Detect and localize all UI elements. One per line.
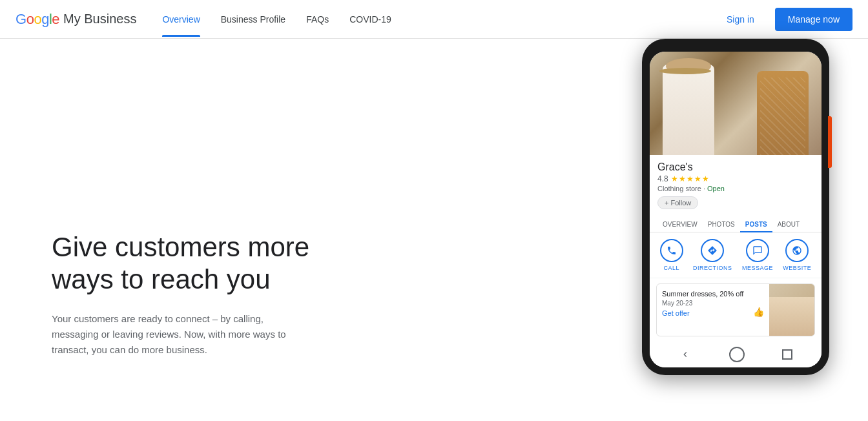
recents-button[interactable] <box>782 349 792 360</box>
post-card: Summer dresses, 20% off May 20-23 Get of… <box>656 283 815 336</box>
business-type: Clothing store · Open <box>657 185 814 192</box>
nav-item-faqs[interactable]: FAQs <box>306 3 329 36</box>
home-button[interactable] <box>729 347 745 362</box>
back-button[interactable] <box>679 348 692 361</box>
manage-now-button[interactable]: Manage now <box>775 8 852 31</box>
directions-icon[interactable] <box>701 239 724 262</box>
call-icon[interactable] <box>660 239 683 262</box>
hero-title: Give customers more ways to reach you <box>52 231 375 296</box>
phone-bottom-nav <box>650 342 822 367</box>
website-icon[interactable] <box>785 239 809 262</box>
nav-right: Sign in Manage now <box>716 8 852 31</box>
action-buttons: CALL DIRECTIONS <box>650 232 822 278</box>
hero-description: Your customers are ready to connect – by… <box>52 311 297 358</box>
navbar: Google My Business Overview Business Pro… <box>0 0 868 39</box>
business-name: Grace's <box>657 161 814 173</box>
tab-posts[interactable]: POSTS <box>740 217 772 232</box>
website-label: WEBSITE <box>783 265 811 271</box>
post-image-content <box>769 297 814 336</box>
phone-side-accent <box>828 116 832 168</box>
main-content: Give customers more ways to reach you Yo… <box>0 39 868 421</box>
nav-links: Overview Business Profile FAQs COVID-19 <box>162 3 716 36</box>
call-action: CALL <box>660 239 683 271</box>
star-icons: ★★★★★ <box>671 174 710 183</box>
website-action: WEBSITE <box>783 239 811 271</box>
open-status: Open <box>707 185 725 192</box>
business-card: Grace's 4.8 ★★★★★ Clothing store · Open … <box>650 155 822 217</box>
message-action: MESSAGE <box>742 239 773 271</box>
directions-label: DIRECTIONS <box>693 265 732 271</box>
mannequin-right <box>757 71 809 155</box>
phone-screen: Grace's 4.8 ★★★★★ Clothing store · Open … <box>650 52 822 367</box>
phone-mockup: Grace's 4.8 ★★★★★ Clothing store · Open … <box>642 39 829 375</box>
rating-number: 4.8 <box>657 174 668 183</box>
like-icon[interactable]: 👍 <box>753 307 764 317</box>
google-logo: Google <box>16 11 59 28</box>
nav-item-business-profile[interactable]: Business Profile <box>221 3 285 36</box>
directions-action: DIRECTIONS <box>693 239 732 271</box>
mannequin-left <box>663 65 714 155</box>
post-offer-link[interactable]: Get offer <box>662 309 690 317</box>
hat-brim <box>659 68 711 74</box>
message-icon[interactable] <box>746 239 769 262</box>
hero-content: Give customers more ways to reach you Yo… <box>52 231 375 358</box>
business-hero-image <box>650 52 822 155</box>
message-label: MESSAGE <box>742 265 773 271</box>
tab-about[interactable]: ABOUT <box>772 217 805 232</box>
post-title: Summer dresses, 20% off <box>662 289 764 298</box>
sign-in-button[interactable]: Sign in <box>716 9 765 30</box>
tab-overview[interactable]: OVERVIEW <box>657 217 703 232</box>
post-image <box>769 284 814 336</box>
rating-row: 4.8 ★★★★★ <box>657 174 814 183</box>
post-date: May 20-23 <box>662 300 764 307</box>
logo: Google My Business <box>16 11 136 28</box>
post-text: Summer dresses, 20% off May 20-23 Get of… <box>657 284 769 336</box>
nav-item-covid[interactable]: COVID-19 <box>349 3 391 36</box>
nav-item-overview[interactable]: Overview <box>162 3 200 36</box>
logo-subtitle: My Business <box>63 12 136 26</box>
call-label: CALL <box>663 265 679 271</box>
phone-frame: Grace's 4.8 ★★★★★ Clothing store · Open … <box>642 39 829 375</box>
follow-button[interactable]: + Follow <box>657 196 698 209</box>
tab-photos[interactable]: PHOTOS <box>703 217 740 232</box>
phone-tabs: OVERVIEW PHOTOS POSTS ABOUT <box>650 217 822 232</box>
dress-pattern <box>760 77 805 155</box>
